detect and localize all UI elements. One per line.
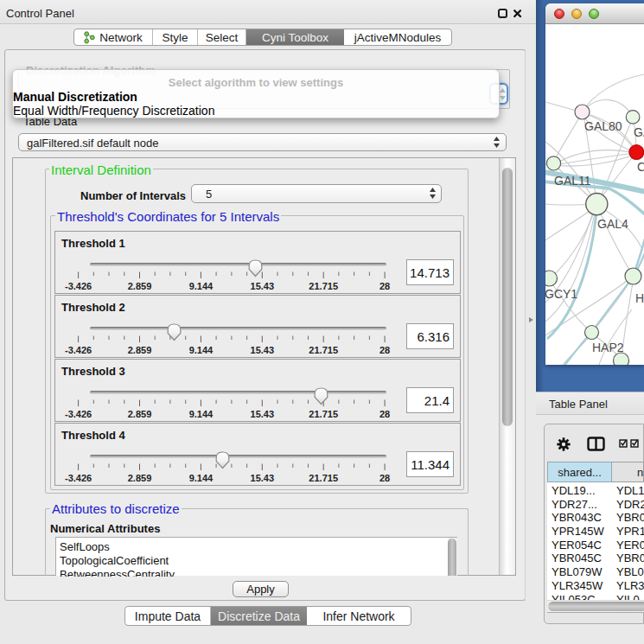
svg-text:GA: GA bbox=[634, 125, 644, 139]
svg-text:H: H bbox=[635, 291, 644, 305]
svg-text:GAL11: GAL11 bbox=[554, 174, 591, 188]
svg-text:GAL4: GAL4 bbox=[597, 217, 628, 231]
svg-text:GAL80: GAL80 bbox=[584, 119, 622, 133]
svg-text:C: C bbox=[637, 160, 644, 174]
svg-text:HAP2: HAP2 bbox=[592, 341, 624, 354]
svg-text:GCY1: GCY1 bbox=[545, 287, 577, 301]
